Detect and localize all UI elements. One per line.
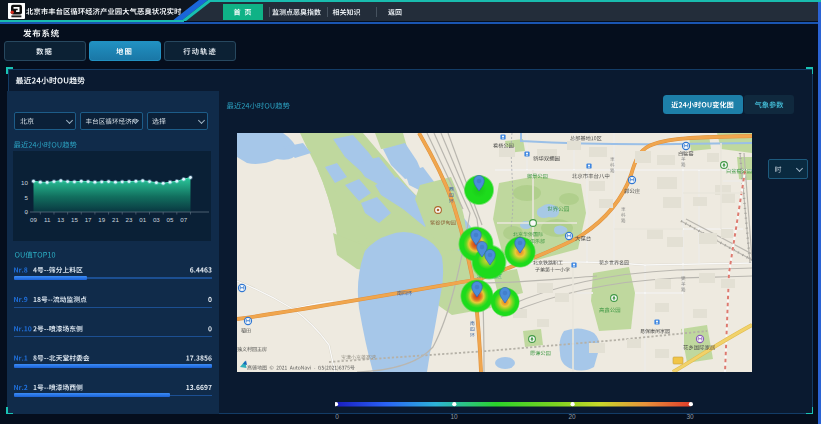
svg-text:5: 5 bbox=[25, 194, 29, 201]
svg-text:30: 30 bbox=[686, 413, 694, 420]
svg-text:21: 21 bbox=[112, 216, 119, 223]
svg-text:11: 11 bbox=[44, 216, 51, 223]
svg-text:09: 09 bbox=[30, 216, 37, 223]
svg-text:07: 07 bbox=[180, 216, 187, 223]
svg-text:0: 0 bbox=[25, 208, 29, 215]
svg-text:10: 10 bbox=[21, 179, 28, 186]
svg-text:0: 0 bbox=[335, 413, 339, 420]
svg-text:13: 13 bbox=[57, 216, 64, 223]
svg-text:15: 15 bbox=[71, 216, 78, 223]
svg-text:19: 19 bbox=[98, 216, 105, 223]
svg-text:03: 03 bbox=[153, 216, 160, 223]
svg-text:17: 17 bbox=[85, 216, 92, 223]
svg-text:23: 23 bbox=[126, 216, 133, 223]
svg-text:20: 20 bbox=[568, 413, 576, 420]
svg-text:10: 10 bbox=[450, 413, 458, 420]
svg-text:05: 05 bbox=[167, 216, 174, 223]
svg-text:01: 01 bbox=[139, 216, 146, 223]
